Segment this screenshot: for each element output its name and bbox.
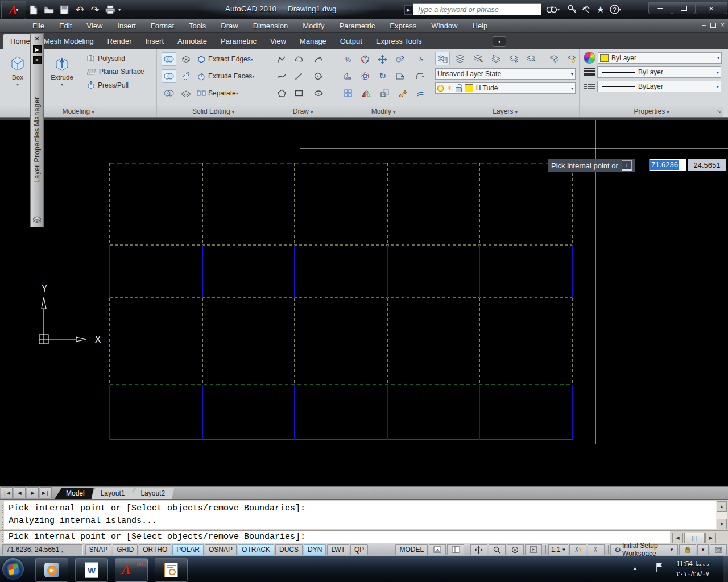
ellipse-icon[interactable]: ▾ — [308, 86, 329, 100]
planar-surface-button[interactable]: Planar Surface — [85, 67, 145, 76]
toolbar-lock-icon[interactable] — [679, 544, 696, 555]
layer-off-icon[interactable] — [564, 52, 579, 65]
toggle-otrack[interactable]: OTRACK — [238, 544, 274, 555]
separate-button[interactable]: Separate ▾ — [196, 89, 239, 98]
next-tab-icon[interactable]: ▶ — [27, 487, 39, 498]
circle-dropdown-icon[interactable]: ▾ — [320, 74, 322, 79]
favorites-star-icon[interactable]: ★ — [595, 4, 606, 14]
command-scroll-right-icon[interactable]: ▶ — [705, 533, 716, 543]
extrude-dropdown-icon[interactable]: ▾ — [61, 82, 63, 87]
quickview-layouts-icon[interactable] — [429, 544, 446, 555]
search-dropdown-icon[interactable]: ▾ — [557, 4, 560, 14]
quickview-drawings-icon[interactable] — [447, 544, 464, 555]
box-dropdown-icon[interactable]: ▾ — [16, 82, 19, 87]
maximize-button[interactable] — [672, 2, 696, 14]
menu-tools[interactable]: Tools — [181, 19, 213, 33]
toggle-lwt[interactable]: LWT — [327, 544, 349, 555]
layer-unlock-icon[interactable] — [456, 87, 462, 92]
layer-previous-icon[interactable] — [489, 52, 503, 65]
panel-title-solid-editing[interactable]: Solid Editing ▾ — [157, 106, 270, 117]
status-menu-icon[interactable]: ▼ — [697, 544, 709, 555]
palette-autohide-icon[interactable]: ▶ — [33, 45, 42, 53]
command-window-grip[interactable] — [0, 501, 4, 542]
toggle-grid[interactable]: GRID — [113, 544, 138, 555]
new-file-icon[interactable] — [28, 5, 39, 15]
imprint-icon[interactable] — [179, 69, 193, 83]
spline-icon[interactable] — [274, 69, 289, 83]
plot-printer-icon[interactable] — [105, 5, 115, 15]
extrude-button[interactable]: Extrude ▾ — [49, 51, 75, 87]
menu-dimension[interactable]: Dimension — [246, 19, 295, 33]
show-desktop-button[interactable] — [723, 556, 728, 582]
layer-properties-palette-bar[interactable]: × ▶ ≡ Layer Properties Manager — [30, 33, 44, 227]
revision-cloud-icon[interactable] — [291, 52, 306, 66]
toggle-ortho[interactable]: ORTHO — [139, 544, 171, 555]
tab-parametric[interactable]: Parametric — [214, 34, 263, 49]
match-layer-icon[interactable] — [471, 52, 486, 65]
scale-icon[interactable] — [377, 86, 392, 100]
search-binoculars-icon[interactable] — [545, 4, 559, 14]
tray-clock[interactable]: 11:54 ب.ظ ٢٠١٠/٢٨/٠٧ — [667, 559, 719, 579]
ellipse-dropdown-icon[interactable]: ▾ — [321, 91, 323, 96]
dynamic-input-options-icon[interactable]: ↓ — [622, 160, 632, 171]
menu-parametric[interactable]: Parametric — [332, 19, 382, 33]
layer-state-combobox[interactable]: Unsaved Layer State▾ — [435, 68, 576, 80]
menu-window[interactable]: Window — [424, 19, 465, 33]
trim-dropdown-icon[interactable]: ▾ — [421, 57, 423, 62]
trim-icon[interactable]: -/-▾ — [410, 52, 431, 66]
command-scroll-left-icon[interactable]: ◀ — [672, 533, 683, 543]
open-folder-icon[interactable] — [44, 5, 54, 15]
menu-express[interactable]: Express — [382, 19, 424, 33]
help-icon[interactable]: ? — [609, 4, 620, 14]
prev-tab-icon[interactable]: ◀ — [14, 487, 26, 498]
command-scrollbar[interactable]: ▲ ▼ — [716, 501, 727, 529]
toggle-osnap[interactable]: OSNAP — [205, 544, 237, 555]
slice-icon[interactable] — [179, 52, 193, 66]
layer-states-icon[interactable] — [453, 52, 468, 65]
showmotion-icon[interactable] — [525, 544, 542, 555]
model-paper-toggle[interactable]: MODEL — [395, 544, 428, 555]
press-pull-button[interactable]: Press/Pull — [85, 80, 145, 90]
shell-icon[interactable] — [179, 86, 193, 100]
extract-edges-button[interactable]: Extract Edges ▾ — [196, 55, 254, 64]
doc-close-icon[interactable]: × — [721, 21, 725, 29]
array-icon[interactable] — [340, 86, 356, 100]
toggle-ducs[interactable]: DUCS — [275, 544, 303, 555]
menu-view[interactable]: View — [79, 19, 110, 33]
command-input[interactable]: Pick internal point or [Select objects/r… — [4, 531, 670, 543]
annotation-autoscale-icon[interactable] — [588, 544, 605, 555]
intersect-icon[interactable] — [162, 86, 176, 100]
subtract-icon[interactable] — [162, 69, 176, 83]
layer-combobox[interactable]: ☀ H Tude ▾ — [435, 82, 576, 94]
tab-view[interactable]: View — [263, 34, 293, 49]
last-tab-icon[interactable]: ▶❘ — [40, 487, 52, 498]
application-menu-button[interactable]: A ▾ — [1, 1, 26, 19]
tray-show-hidden-icon[interactable]: ▲ — [632, 566, 638, 571]
tab-manage[interactable]: Manage — [293, 34, 333, 49]
arc-icon[interactable]: ▾ — [308, 52, 329, 66]
search-input[interactable] — [413, 5, 541, 15]
menu-insert[interactable]: Insert — [110, 19, 143, 33]
lineweight-combobox[interactable]: ByLayer ▾ — [597, 66, 721, 78]
mirror-icon[interactable] — [358, 86, 374, 100]
offset-icon[interactable] — [413, 86, 429, 100]
menu-draw[interactable]: Draw — [213, 19, 245, 33]
ribbon-minimize-icon[interactable]: ▼ — [493, 36, 506, 47]
fillet-icon[interactable]: ▾ — [410, 69, 431, 83]
tab-mesh-modeling[interactable]: Mesh Modeling — [37, 34, 101, 49]
action-center-flag-icon[interactable] — [655, 562, 663, 572]
panel-title-modify[interactable]: Modify ▾ — [336, 106, 431, 117]
taskbar-word-button[interactable]: W — [75, 558, 108, 582]
layer-color-swatch[interactable] — [465, 84, 473, 92]
polygon-icon[interactable] — [274, 86, 289, 100]
key-subscription-icon[interactable] — [566, 4, 578, 14]
coordinate-readout[interactable]: 71.6236, 24.5651 , 0.0000 — [2, 544, 83, 555]
drawing-canvas[interactable]: X Y Pick internal point or ↓ 71.6236 24.… — [0, 118, 728, 486]
qat-customize-icon[interactable]: ▾ — [118, 7, 121, 13]
interfere-icon[interactable]: % — [340, 52, 355, 66]
extrude-faces-button[interactable]: Extrude Faces ▾ — [196, 72, 255, 81]
command-hscroll-grip[interactable]: ||| — [684, 533, 705, 543]
menu-file[interactable]: File — [25, 19, 52, 33]
linetype-combobox[interactable]: ByLayer ▾ — [597, 81, 721, 92]
object-color-combobox[interactable]: ByLayer ▾ — [598, 52, 722, 64]
